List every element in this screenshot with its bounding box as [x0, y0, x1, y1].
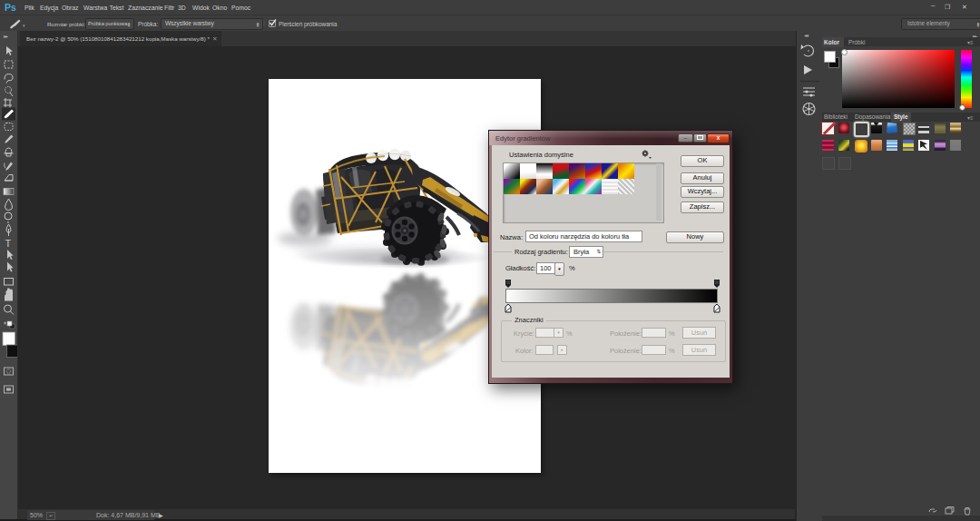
svg-text:T: T: [5, 238, 12, 249]
